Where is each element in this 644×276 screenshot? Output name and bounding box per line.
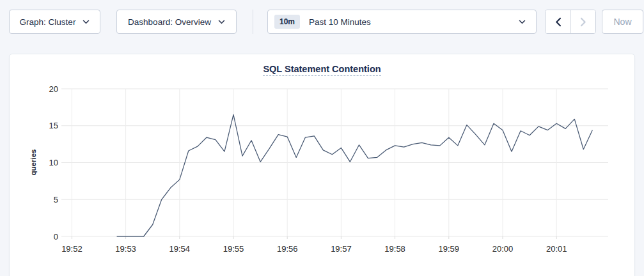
time-prev-button[interactable]: [546, 10, 570, 33]
y-tick-label: 5: [54, 195, 58, 204]
chart-panel: SQL Statement Contention 0510152019:5219…: [9, 54, 635, 276]
x-tick-label: 19:55: [223, 244, 244, 254]
graph-dropdown[interactable]: Graph: Cluster: [9, 10, 100, 34]
x-tick-label: 19:58: [384, 244, 405, 254]
x-tick-label: 19:53: [115, 244, 136, 254]
dashboard-dropdown[interactable]: Dashboard: Overview: [116, 10, 237, 34]
time-range-label: Past 10 Minutes: [309, 17, 519, 27]
y-tick-label: 15: [49, 121, 58, 130]
y-axis-label: queries: [29, 150, 37, 176]
y-tick-label: 20: [49, 84, 58, 94]
time-range-selector[interactable]: 10m Past 10 Minutes: [267, 10, 537, 34]
toolbar-divider: [253, 10, 253, 34]
x-tick-label: 19:57: [331, 244, 352, 254]
time-range-badge: 10m: [274, 15, 300, 29]
chart-title[interactable]: SQL Statement Contention: [263, 64, 381, 76]
toolbar: Graph: Cluster Dashboard: Overview 10m P…: [0, 0, 644, 34]
graph-dropdown-label: Graph: Cluster: [20, 17, 76, 27]
time-next-button[interactable]: [570, 10, 595, 33]
y-tick-label: 0: [54, 232, 58, 241]
y-tick-label: 10: [49, 158, 58, 167]
dashboard-dropdown-label: Dashboard: Overview: [128, 17, 211, 27]
chevron-right-icon: [580, 17, 586, 27]
x-tick-label: 20:01: [546, 244, 567, 254]
sql-contention-chart[interactable]: 0510152019:5219:5319:5419:5519:5619:5719…: [10, 54, 636, 276]
chevron-left-icon: [555, 17, 562, 27]
chevron-down-icon: [519, 20, 526, 24]
chart-title-row: SQL Statement Contention: [10, 54, 634, 76]
chevron-down-icon: [218, 20, 225, 24]
time-nav-group: [545, 10, 596, 34]
x-tick-label: 19:56: [277, 244, 298, 254]
x-tick-label: 20:00: [492, 244, 514, 254]
chevron-down-icon: [82, 20, 90, 24]
x-tick-label: 19:52: [61, 244, 82, 254]
x-tick-label: 19:54: [169, 244, 191, 254]
x-tick-label: 19:59: [439, 244, 460, 254]
now-button[interactable]: Now: [602, 10, 643, 34]
series-line-queries: [117, 114, 593, 236]
